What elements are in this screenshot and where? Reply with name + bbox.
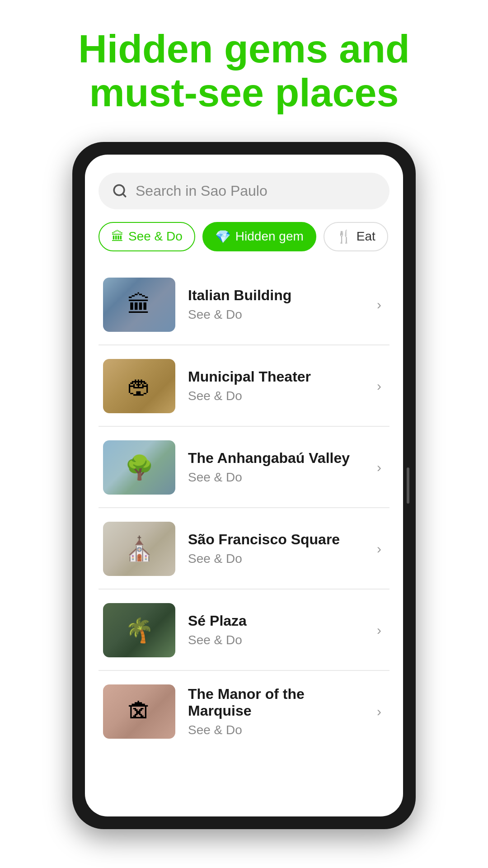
chevron-right-icon: › — [377, 704, 381, 719]
place-thumbnail — [103, 359, 175, 413]
place-category: See & Do — [188, 552, 364, 566]
chevron-right-icon: › — [377, 378, 381, 394]
scroll-bar — [407, 467, 409, 504]
list-item[interactable]: The Manor of the Marquise See & Do › — [99, 671, 389, 752]
filter-chips-row: 🏛 See & Do 💎 Hidden gem 🍴 Eat 🛍 Shop — [99, 222, 389, 251]
place-thumbnail — [103, 278, 175, 332]
place-info: Municipal Theater See & Do — [188, 368, 364, 403]
place-thumbnail — [103, 684, 175, 739]
place-info: The Anhangabaú Valley See & Do — [188, 450, 364, 485]
place-category: See & Do — [188, 389, 364, 403]
list-item[interactable]: Municipal Theater See & Do › — [99, 345, 389, 427]
search-bar[interactable]: Search in Sao Paulo — [99, 173, 389, 209]
page-header: Hidden gems and must-see places — [0, 0, 488, 133]
place-thumbnail — [103, 603, 175, 657]
place-name: The Manor of the Marquise — [188, 686, 364, 719]
place-category: See & Do — [188, 723, 364, 737]
list-item[interactable]: The Anhangabaú Valley See & Do › — [99, 427, 389, 508]
svg-line-1 — [123, 194, 126, 197]
eat-icon: 🍴 — [336, 229, 352, 244]
search-placeholder: Search in Sao Paulo — [136, 183, 267, 199]
place-list: Italian Building See & Do › Municipal Th… — [99, 264, 389, 752]
place-thumbnail — [103, 522, 175, 576]
place-info: Sé Plaza See & Do — [188, 613, 364, 647]
place-info: Italian Building See & Do — [188, 287, 364, 322]
chevron-right-icon: › — [377, 297, 381, 312]
see-do-icon: 🏛 — [111, 229, 124, 244]
eat-label: Eat — [357, 229, 375, 244]
place-name: São Francisco Square — [188, 531, 364, 548]
phone-frame: Search in Sao Paulo 🏛 See & Do 💎 Hidden … — [72, 142, 416, 829]
list-item[interactable]: Italian Building See & Do › — [99, 264, 389, 345]
phone-wrapper: Search in Sao Paulo 🏛 See & Do 💎 Hidden … — [0, 133, 488, 829]
place-name: Municipal Theater — [188, 368, 364, 385]
filter-chip-hidden-gem[interactable]: 💎 Hidden gem — [202, 222, 316, 251]
place-category: See & Do — [188, 633, 364, 647]
chevron-right-icon: › — [377, 541, 381, 557]
place-category: See & Do — [188, 470, 364, 485]
see-do-label: See & Do — [128, 229, 183, 244]
place-thumbnail — [103, 440, 175, 495]
hidden-gem-label: Hidden gem — [235, 229, 304, 244]
place-category: See & Do — [188, 307, 364, 322]
filter-chip-see-do[interactable]: 🏛 See & Do — [99, 222, 195, 251]
phone-screen: Search in Sao Paulo 🏛 See & Do 💎 Hidden … — [85, 155, 403, 816]
place-name: Italian Building — [188, 287, 364, 304]
place-name: Sé Plaza — [188, 613, 364, 629]
list-item[interactable]: Sé Plaza See & Do › — [99, 590, 389, 671]
search-icon — [112, 183, 127, 198]
page-title: Hidden gems and must-see places — [27, 27, 461, 115]
place-name: The Anhangabaú Valley — [188, 450, 364, 467]
chevron-right-icon: › — [377, 623, 381, 638]
list-item[interactable]: São Francisco Square See & Do › — [99, 508, 389, 590]
place-info: São Francisco Square See & Do — [188, 531, 364, 566]
hidden-gem-icon: 💎 — [215, 229, 231, 244]
place-info: The Manor of the Marquise See & Do — [188, 686, 364, 737]
filter-chip-eat[interactable]: 🍴 Eat — [324, 222, 388, 251]
chevron-right-icon: › — [377, 460, 381, 475]
